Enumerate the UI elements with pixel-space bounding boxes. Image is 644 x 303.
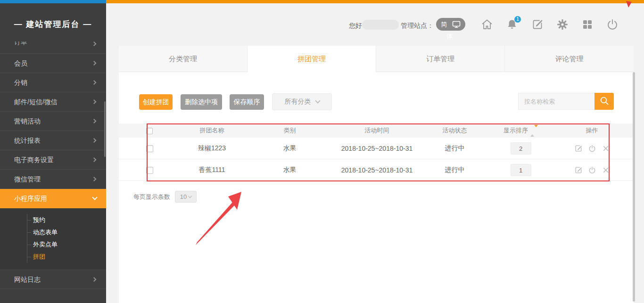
row-checkbox[interactable] bbox=[146, 145, 153, 152]
sidebar-subitem-dynamic-forms[interactable]: 动态表单 bbox=[27, 226, 106, 238]
category-filter-label: 所有分类 bbox=[285, 98, 311, 106]
sidebar-subitem-groupbuy[interactable]: 拼团 bbox=[27, 251, 106, 263]
col-header-actions: 操作 bbox=[550, 126, 634, 135]
greeting-text: 您好 bbox=[349, 21, 362, 30]
table-row: 辣椒1223 水果 2018-10-25~2018-10-31 进行中 2 bbox=[119, 138, 634, 159]
select-all-checkbox[interactable] bbox=[146, 128, 153, 134]
sidebar-item-distribution[interactable]: 分销 bbox=[0, 73, 106, 92]
chevron-right-icon bbox=[92, 177, 97, 181]
search-input[interactable] bbox=[518, 93, 594, 110]
language-label: 简 bbox=[441, 20, 447, 29]
sidebar-item-orders-clipped[interactable]: 订单 bbox=[0, 41, 106, 54]
col-header-name: 拼团名称 bbox=[180, 126, 244, 135]
row-status: 进行中 bbox=[418, 166, 491, 174]
logout-power-icon[interactable] bbox=[606, 18, 619, 31]
chevron-right-icon bbox=[92, 157, 97, 162]
delete-selected-button[interactable]: 删除选中项 bbox=[181, 94, 222, 110]
page-size-dropdown[interactable]: 10 bbox=[175, 191, 197, 203]
topbar-blue-segment bbox=[0, 0, 106, 3]
tab-order-management[interactable]: 订单管理 bbox=[376, 46, 505, 72]
sidebar-menu: 订单 会员 分销 邮件/短信/微信 营销活动 统计报表 电子商务设置 微信管理 bbox=[0, 41, 106, 289]
row-time: 2018-10-25~2018-10-31 bbox=[336, 145, 418, 152]
col-header-category: 类别 bbox=[244, 126, 336, 135]
sidebar-subitem-takeout[interactable]: 外卖点单 bbox=[27, 238, 106, 251]
site-label: 管理站点： bbox=[401, 21, 434, 30]
tab-comment-management[interactable]: 评论管理 bbox=[505, 46, 634, 72]
row-category: 水果 bbox=[244, 166, 336, 174]
settings-gear-icon[interactable] bbox=[556, 18, 569, 31]
language-toggle[interactable]: 简 bbox=[436, 18, 465, 31]
edit-icon[interactable] bbox=[574, 144, 583, 153]
row-order-input[interactable]: 1 bbox=[511, 164, 531, 176]
chevron-right-icon bbox=[92, 80, 97, 85]
sidebar-item-mail-sms-wechat[interactable]: 邮件/短信/微信 bbox=[0, 92, 106, 112]
sidebar-submenu: 预约 动态表单 外卖点单 拼团 bbox=[0, 208, 106, 270]
row-category: 水果 bbox=[244, 144, 336, 153]
vertical-scrollbar-thumb[interactable] bbox=[633, 72, 635, 302]
apps-grid-icon[interactable] bbox=[581, 18, 594, 31]
tab-category-management[interactable]: 分类管理 bbox=[119, 46, 248, 72]
sidebar-item-ecommerce-settings[interactable]: 电子商务设置 bbox=[0, 150, 106, 170]
disable-power-icon[interactable] bbox=[588, 166, 596, 174]
delete-x-icon[interactable] bbox=[602, 166, 610, 174]
chevron-right-icon bbox=[92, 138, 97, 143]
home-icon[interactable] bbox=[480, 18, 494, 31]
search-icon bbox=[599, 100, 610, 107]
category-filter-dropdown[interactable]: 所有分类 bbox=[272, 93, 332, 110]
chevron-right-icon bbox=[92, 277, 97, 282]
disable-power-icon[interactable] bbox=[588, 144, 596, 153]
row-status: 进行中 bbox=[418, 144, 491, 153]
sidebar-subitem-booking[interactable]: 预约 bbox=[27, 214, 106, 226]
app-title: — 建站管理后台 — bbox=[0, 19, 106, 30]
chevron-down-icon bbox=[188, 194, 192, 198]
row-time: 2018-10-25~2018-10-31 bbox=[336, 166, 418, 174]
monitor-icon bbox=[452, 21, 461, 28]
chevron-down-icon bbox=[315, 98, 320, 103]
tab-bar: 分类管理 拼团管理 订单管理 评论管理 bbox=[119, 46, 634, 72]
search-button[interactable] bbox=[594, 93, 614, 110]
groupbuy-table: 拼团名称 类别 活动时间 活动状态 显示排序 操作 辣椒1223 水果 2018… bbox=[119, 123, 634, 181]
col-header-status: 活动状态 bbox=[418, 126, 491, 135]
sort-desc-icon[interactable] bbox=[534, 125, 538, 134]
page-size-label: 每页显示条数 bbox=[133, 193, 170, 201]
notification-badge: 1 bbox=[514, 16, 521, 23]
chevron-right-icon bbox=[92, 119, 97, 123]
content-card: 分类管理 拼团管理 订单管理 评论管理 创建拼团 删除选中项 保存顺序 所有分类… bbox=[119, 46, 634, 303]
sidebar-item-members[interactable]: 会员 bbox=[0, 54, 106, 73]
table-row: 香蕉1111 水果 2018-10-25~2018-10-31 进行中 1 bbox=[119, 159, 634, 181]
row-checkbox[interactable] bbox=[146, 167, 153, 174]
language-wrap-char: 体 bbox=[446, 32, 453, 41]
sidebar-item-statistics[interactable]: 统计报表 bbox=[0, 131, 106, 150]
sidebar-item-site-logs[interactable]: 网站日志 bbox=[0, 270, 106, 289]
col-header-time: 活动时间 bbox=[336, 126, 418, 135]
sidebar-item-miniprogram-apps[interactable]: 小程序应用 bbox=[0, 189, 106, 208]
sidebar-item-marketing[interactable]: 营销活动 bbox=[0, 112, 106, 131]
save-order-button[interactable]: 保存顺序 bbox=[230, 94, 264, 110]
sort-asc-icon[interactable] bbox=[530, 127, 534, 137]
chevron-down-icon bbox=[92, 195, 97, 200]
col-header-sort: 显示排序 bbox=[504, 127, 528, 134]
topbar-orange-segment bbox=[106, 0, 644, 3]
chevron-right-icon bbox=[92, 61, 97, 66]
pagination: 每页显示条数 10 bbox=[133, 191, 197, 203]
notifications-bell-icon[interactable]: 1 bbox=[505, 18, 519, 31]
table-header-row: 拼团名称 类别 活动时间 活动状态 显示排序 操作 bbox=[119, 123, 634, 138]
create-groupbuy-button[interactable]: 创建拼团 bbox=[139, 94, 173, 110]
edit-icon[interactable] bbox=[574, 166, 583, 174]
sort-toggle[interactable] bbox=[530, 127, 538, 134]
sidebar-scrollbar-thumb[interactable] bbox=[104, 101, 106, 157]
compose-edit-icon[interactable] bbox=[531, 18, 544, 31]
page-size-value: 10 bbox=[180, 193, 187, 200]
row-order-input[interactable]: 2 bbox=[511, 142, 531, 155]
sidebar-item-wechat-management[interactable]: 微信管理 bbox=[0, 170, 106, 189]
chevron-right-icon bbox=[92, 99, 97, 104]
row-name: 辣椒1223 bbox=[180, 144, 244, 153]
tab-groupbuy-management[interactable]: 拼团管理 bbox=[248, 46, 376, 72]
sidebar: — 建站管理后台 — 订单 会员 分销 邮件/短信/微信 营销活动 统计报表 电… bbox=[0, 3, 106, 303]
redacted-username bbox=[362, 20, 399, 30]
delete-x-icon[interactable] bbox=[602, 144, 610, 153]
row-name: 香蕉1111 bbox=[180, 166, 244, 174]
